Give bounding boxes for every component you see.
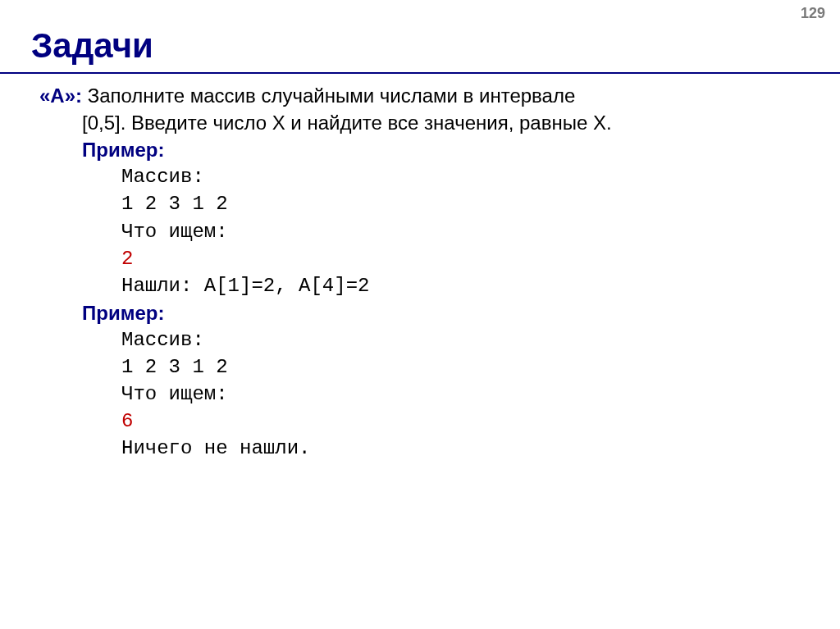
example1-line5: Нашли: A[1]=2, A[4]=2 [121,272,807,299]
task-line1: «A»: Заполните массив случайными числами… [39,82,807,109]
title-underline [0,72,840,74]
example2-line4: 6 [121,408,807,435]
example2-line3: Что ищем: [121,381,807,408]
task-label: «A»: [39,84,82,107]
task-text-1: Заполните массив случайными числами в ин… [82,84,575,107]
example1-label: Пример: [82,136,807,163]
slide-page: 129 Задачи «A»: Заполните массив случайн… [0,0,840,629]
slide-title: Задачи [31,26,153,66]
example2-line2: 1 2 3 1 2 [121,353,807,381]
slide-content: «A»: Заполните массив случайными числами… [39,82,807,463]
example1-line4: 2 [121,245,807,272]
page-number: 129 [801,5,825,22]
example2-line1: Массив: [121,326,807,353]
example1-line3: Что ищем: [121,218,807,245]
example2-line5: Ничего не нашли. [121,435,807,462]
example2-label: Пример: [82,299,807,326]
example1-line2: 1 2 3 1 2 [121,190,807,217]
example1-line1: Массив: [121,163,807,190]
task-text-2: [0,5]. Введите число X и найдите все зна… [82,109,807,136]
